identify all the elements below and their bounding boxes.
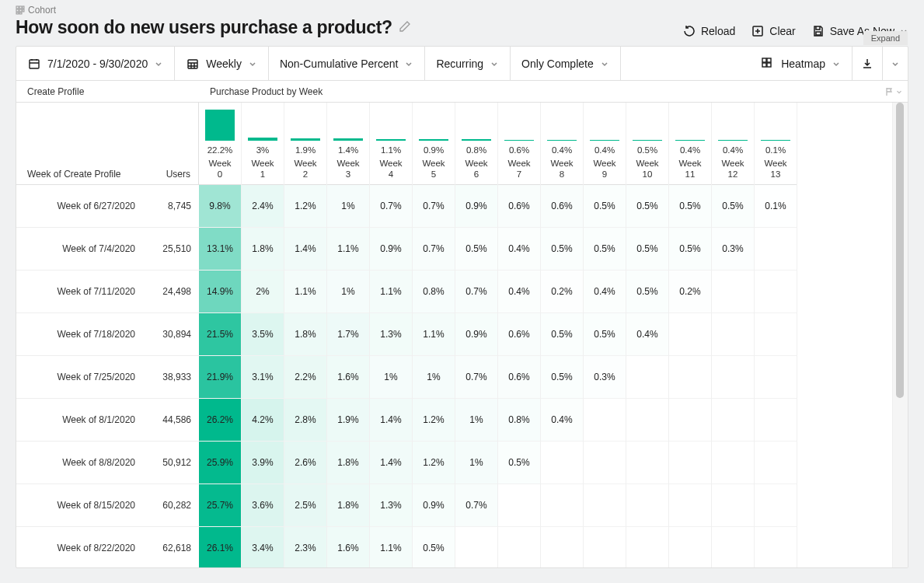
data-cell[interactable]: 1.1%: [413, 313, 455, 356]
data-cell[interactable]: 1.1%: [284, 271, 326, 313]
data-cell[interactable]: 0.5%: [626, 185, 668, 228]
data-cell[interactable]: 1%: [413, 356, 455, 399]
data-cell[interactable]: [541, 527, 583, 567]
data-cell[interactable]: [584, 442, 626, 484]
data-cell[interactable]: [669, 442, 711, 484]
data-cell[interactable]: 0.7%: [455, 484, 497, 527]
metric-select[interactable]: Non-Cumulative Percent: [269, 47, 426, 80]
table-row[interactable]: Week of 7/25/202038,933: [16, 356, 199, 399]
data-cell[interactable]: 0.3%: [584, 356, 626, 399]
data-cell[interactable]: [626, 527, 668, 567]
data-cell[interactable]: 0.7%: [370, 185, 412, 228]
data-cell[interactable]: 3.6%: [242, 484, 284, 527]
data-cell[interactable]: 0.9%: [413, 484, 455, 527]
data-cell[interactable]: 0.2%: [541, 271, 583, 313]
data-cell[interactable]: 0.7%: [455, 271, 497, 313]
data-cell[interactable]: [712, 399, 754, 442]
data-cell[interactable]: 3.4%: [242, 527, 284, 567]
data-cell[interactable]: 4.2%: [242, 399, 284, 442]
data-cell[interactable]: 3.9%: [242, 442, 284, 484]
data-cell[interactable]: [755, 271, 797, 313]
data-cell[interactable]: 1.8%: [242, 228, 284, 271]
table-row[interactable]: Week of 8/1/202044,586: [16, 399, 199, 442]
scrollbar-thumb[interactable]: [896, 103, 904, 398]
data-cell[interactable]: 0.5%: [584, 313, 626, 356]
table-row[interactable]: Week of 8/22/202062,618: [16, 527, 199, 567]
data-cell[interactable]: [755, 527, 797, 567]
expand-button[interactable]: Expand: [863, 31, 908, 45]
data-cell[interactable]: [669, 399, 711, 442]
data-cell[interactable]: 21.5%: [199, 313, 241, 356]
data-cell[interactable]: [626, 484, 668, 527]
breadcrumb[interactable]: Cohort: [16, 5, 411, 16]
data-cell[interactable]: 2.4%: [242, 185, 284, 228]
data-cell[interactable]: 0.3%: [712, 228, 754, 271]
data-cell[interactable]: 0.9%: [455, 313, 497, 356]
data-cell[interactable]: [541, 484, 583, 527]
data-cell[interactable]: [712, 484, 754, 527]
data-cell[interactable]: [712, 356, 754, 399]
data-cell[interactable]: 0.5%: [498, 442, 540, 484]
data-cell[interactable]: 0.5%: [541, 356, 583, 399]
data-cell[interactable]: [584, 399, 626, 442]
data-cell[interactable]: 1.3%: [370, 484, 412, 527]
data-cell[interactable]: 1.9%: [327, 399, 369, 442]
data-cell[interactable]: 0.5%: [541, 228, 583, 271]
data-cell[interactable]: 0.6%: [498, 356, 540, 399]
data-cell[interactable]: 1.3%: [370, 313, 412, 356]
data-cell[interactable]: 0.8%: [413, 271, 455, 313]
date-range-select[interactable]: 7/1/2020 - 9/30/2020: [16, 47, 175, 80]
data-cell[interactable]: [755, 442, 797, 484]
data-cell[interactable]: 0.5%: [584, 228, 626, 271]
data-cell[interactable]: 21.9%: [199, 356, 241, 399]
vertical-scrollbar[interactable]: [892, 103, 908, 567]
data-cell[interactable]: [669, 527, 711, 567]
data-cell[interactable]: 0.4%: [498, 228, 540, 271]
data-cell[interactable]: 0.9%: [455, 185, 497, 228]
data-cell[interactable]: 0.5%: [626, 271, 668, 313]
data-cell[interactable]: [712, 442, 754, 484]
data-cell[interactable]: 2.2%: [284, 356, 326, 399]
data-cell[interactable]: [755, 313, 797, 356]
data-cell[interactable]: 1.1%: [370, 527, 412, 567]
data-cell[interactable]: 1.8%: [284, 313, 326, 356]
data-cell[interactable]: 0.5%: [626, 228, 668, 271]
data-cell[interactable]: 0.1%: [755, 185, 797, 228]
data-cell[interactable]: [455, 527, 497, 567]
data-cell[interactable]: [669, 313, 711, 356]
data-cell[interactable]: 1%: [455, 442, 497, 484]
data-cell[interactable]: [626, 356, 668, 399]
data-cell[interactable]: 1.4%: [370, 442, 412, 484]
table-row[interactable]: Week of 6/27/20208,745: [16, 185, 199, 228]
data-cell[interactable]: 0.9%: [370, 228, 412, 271]
data-cell[interactable]: 1.6%: [327, 527, 369, 567]
data-cell[interactable]: [626, 442, 668, 484]
data-cell[interactable]: 0.7%: [413, 228, 455, 271]
data-cell[interactable]: 1%: [455, 399, 497, 442]
data-cell[interactable]: 1.8%: [327, 484, 369, 527]
data-cell[interactable]: 1.6%: [327, 356, 369, 399]
data-cell[interactable]: [498, 484, 540, 527]
data-cell[interactable]: 1.2%: [413, 399, 455, 442]
data-cell[interactable]: [712, 313, 754, 356]
data-cell[interactable]: 1.4%: [370, 399, 412, 442]
data-cell[interactable]: 2.8%: [284, 399, 326, 442]
download-menu[interactable]: [883, 47, 908, 80]
data-cell[interactable]: [755, 399, 797, 442]
data-cell[interactable]: 2%: [242, 271, 284, 313]
data-cell[interactable]: [669, 356, 711, 399]
data-cell[interactable]: 0.5%: [584, 185, 626, 228]
data-cell[interactable]: [626, 399, 668, 442]
mode-select[interactable]: Recurring: [425, 47, 511, 80]
viz-select[interactable]: Heatmap: [750, 47, 853, 80]
data-cell[interactable]: 0.6%: [498, 313, 540, 356]
flag-icon[interactable]: [884, 87, 894, 96]
data-cell[interactable]: [712, 527, 754, 567]
clear-button[interactable]: Clear: [751, 24, 795, 38]
table-row[interactable]: Week of 7/4/202025,510: [16, 228, 199, 271]
data-cell[interactable]: [669, 484, 711, 527]
data-cell[interactable]: 1.1%: [370, 271, 412, 313]
table-row[interactable]: Week of 7/11/202024,498: [16, 271, 199, 313]
data-cell[interactable]: 0.4%: [584, 271, 626, 313]
data-cell[interactable]: 0.6%: [498, 185, 540, 228]
